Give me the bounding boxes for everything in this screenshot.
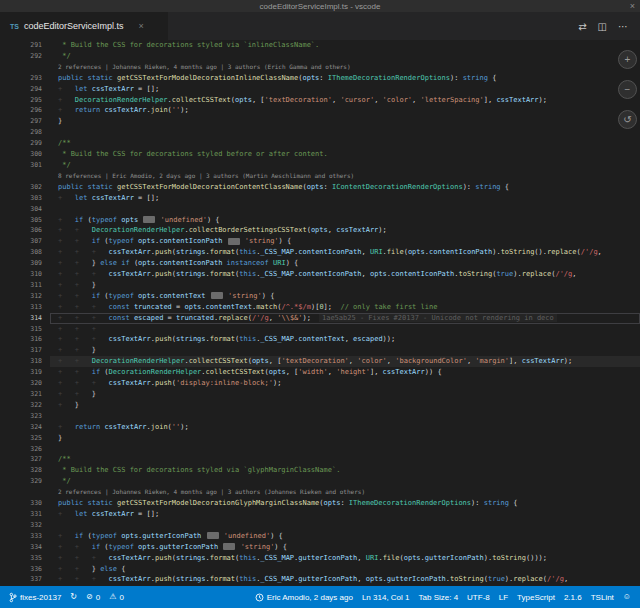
code-line-content[interactable]: }: [50, 433, 640, 444]
code-line-292[interactable]: 292 */: [0, 51, 640, 62]
status-sync[interactable]: ↻: [66, 593, 81, 601]
line-number[interactable]: 302: [0, 182, 50, 193]
status-tab-size[interactable]: Tab Size: 4: [415, 593, 463, 602]
line-number[interactable]: 322: [0, 400, 50, 411]
line-number[interactable]: 301: [0, 160, 50, 171]
line-number[interactable]: 292: [0, 51, 50, 62]
code-line-content[interactable]: public static getCSSTextForModelDecorati…: [50, 182, 640, 193]
status-warnings[interactable]: ⚠0: [105, 593, 128, 602]
code-line-302[interactable]: 302public static getCSSTextForModelDecor…: [0, 182, 640, 193]
code-line-content[interactable]: + let cssTextArr = [];: [50, 84, 640, 95]
code-line-content[interactable]: public static getCSSTextForModelDecorati…: [50, 73, 640, 84]
line-number[interactable]: 316: [0, 334, 50, 345]
split-editor-icon[interactable]: ◫: [598, 21, 607, 32]
line-number[interactable]: [0, 171, 50, 182]
code-line-content[interactable]: + + +: [50, 324, 640, 335]
line-number[interactable]: [0, 487, 50, 498]
open-changes-icon[interactable]: ⇄: [578, 21, 586, 32]
line-number[interactable]: 296: [0, 105, 50, 116]
status-errors[interactable]: ⊘0: [82, 593, 104, 602]
line-number[interactable]: 319: [0, 367, 50, 378]
line-number[interactable]: 303: [0, 193, 50, 204]
line-number[interactable]: 307: [0, 236, 50, 247]
code-line-293[interactable]: 293public static getCSSTextForModelDecor…: [0, 73, 640, 84]
reset-zoom-button[interactable]: ↺: [618, 110, 637, 129]
code-line-313[interactable]: 313+ + + const truncated = opts.contentT…: [0, 302, 640, 313]
code-line-294[interactable]: 294+ let cssTextArr = [];: [0, 84, 640, 95]
code-line-content[interactable]: + + + cssTextArr.push(strings.format(thi…: [50, 269, 640, 280]
code-line-content[interactable]: + return cssTextArr.join('');: [50, 422, 640, 433]
code-line-327[interactable]: 327/**: [0, 454, 640, 465]
status-git-branch[interactable]: fixes-20137: [5, 592, 65, 603]
codelens-row[interactable]: 2 references | Johannes Rieken, 4 months…: [0, 487, 640, 498]
line-number[interactable]: 317: [0, 345, 50, 356]
line-number[interactable]: 295: [0, 95, 50, 106]
code-line-322[interactable]: 322+ }: [0, 400, 640, 411]
code-line-content[interactable]: + + }: [50, 280, 640, 291]
line-number[interactable]: 318: [0, 356, 50, 367]
code-line-296[interactable]: 296+ return cssTextArr.join('');: [0, 105, 640, 116]
line-number[interactable]: 320: [0, 378, 50, 389]
line-number[interactable]: 326: [0, 444, 50, 455]
line-number[interactable]: 333: [0, 531, 50, 542]
code-line-332[interactable]: 332: [0, 520, 640, 531]
line-number[interactable]: 308: [0, 247, 50, 258]
code-line-content[interactable]: + + DecorationRenderHelper.collectCSSTex…: [50, 356, 640, 367]
code-line-content[interactable]: */: [50, 160, 640, 171]
code-line-317[interactable]: 317+ + }: [0, 345, 640, 356]
code-line-content[interactable]: + return cssTextArr.join('');: [50, 105, 640, 116]
code-line-318[interactable]: 318+ + DecorationRenderHelper.collectCSS…: [0, 356, 640, 367]
code-line-content[interactable]: + + + cssTextArr.push(strings.format(thi…: [50, 574, 640, 585]
code-line-content[interactable]: + + + const truncated = opts.contentText…: [50, 302, 640, 313]
line-number[interactable]: 291: [0, 40, 50, 51]
code-line-300[interactable]: 300 * Build the CSS for decorations styl…: [0, 149, 640, 160]
line-number[interactable]: 314: [0, 313, 50, 324]
status-cursor-position[interactable]: Ln 314, Col 1: [358, 593, 414, 602]
code-line-content[interactable]: + + }: [50, 389, 640, 400]
code-line-323[interactable]: 323: [0, 411, 640, 422]
code-line-content[interactable]: [50, 520, 640, 531]
line-number[interactable]: 294: [0, 84, 50, 95]
code-line-content[interactable]: [50, 204, 640, 215]
line-number[interactable]: 315: [0, 324, 50, 335]
codelens[interactable]: 2 references | Johannes Rieken, 4 months…: [50, 487, 640, 498]
code-line-content[interactable]: + DecorationRenderHelper.collectCSSText(…: [50, 95, 640, 106]
code-line-303[interactable]: 303+ let cssTextArr = [];: [0, 193, 640, 204]
code-line-329[interactable]: 329 */: [0, 476, 640, 487]
line-number[interactable]: 334: [0, 542, 50, 553]
code-line-content[interactable]: */: [50, 476, 640, 487]
codelens-row[interactable]: 2 references | Johannes Rieken, 4 months…: [0, 62, 640, 73]
status-language-mode[interactable]: TypeScript: [513, 593, 559, 602]
code-line-328[interactable]: 328 * Build the CSS for decorations styl…: [0, 465, 640, 476]
line-number[interactable]: 306: [0, 225, 50, 236]
line-number[interactable]: 299: [0, 138, 50, 149]
line-number[interactable]: 313: [0, 302, 50, 313]
line-number[interactable]: 325: [0, 433, 50, 444]
editor[interactable]: 291 * Build the CSS for decorations styl…: [0, 40, 640, 586]
status-gitlens-blame[interactable]: Eric Amodio, 2 days ago: [251, 593, 357, 602]
code-line-297[interactable]: 297}: [0, 116, 640, 127]
line-number[interactable]: 293: [0, 73, 50, 84]
line-number[interactable]: 337: [0, 574, 50, 585]
code-line-content[interactable]: + + if (typeof opts.gutterIconPath 'stri…: [50, 542, 640, 553]
code-line-310[interactable]: 310+ + + cssTextArr.push(strings.format(…: [0, 269, 640, 280]
code-line-content[interactable]: * Build the CSS for decorations styled v…: [50, 465, 640, 476]
line-number[interactable]: 321: [0, 389, 50, 400]
code-line-306[interactable]: 306+ + DecorationRenderHelper.collectBor…: [0, 225, 640, 236]
tab-close-icon[interactable]: ×: [139, 21, 144, 31]
code-line-336[interactable]: 336+ + } else {: [0, 564, 640, 575]
line-number[interactable]: 327: [0, 454, 50, 465]
code-line-330[interactable]: 330public static getCSSTextForModelDecor…: [0, 498, 640, 509]
code-line-312[interactable]: 312+ + if (typeof opts.contentText 'stri…: [0, 291, 640, 302]
line-number[interactable]: 335: [0, 553, 50, 564]
code-line-content[interactable]: + + if (typeof opts.contentIconPath 'str…: [50, 236, 640, 247]
line-number[interactable]: 300: [0, 149, 50, 160]
code-line-content[interactable]: + + if (typeof opts.contentText 'string'…: [50, 291, 640, 302]
code-line-content[interactable]: [50, 444, 640, 455]
codelens[interactable]: 2 references | Johannes Rieken, 4 months…: [50, 62, 640, 73]
line-number[interactable]: 309: [0, 258, 50, 269]
code-line-335[interactable]: 335+ + + cssTextArr.push(strings.format(…: [0, 553, 640, 564]
line-number[interactable]: 311: [0, 280, 50, 291]
code-line-content[interactable]: */: [50, 51, 640, 62]
code-line-content[interactable]: * Build the CSS for decorations styled b…: [50, 149, 640, 160]
